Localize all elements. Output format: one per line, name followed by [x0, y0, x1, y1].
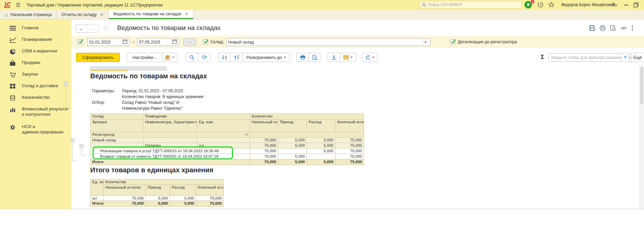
sidebar-label: Финансовый результат и контроллинг: [22, 106, 69, 117]
col-header[interactable]: Ед. изм.: [197, 120, 250, 132]
col-header[interactable]: Ед. изм.: [91, 179, 104, 196]
find-button[interactable]: [186, 53, 198, 62]
warehouse-checkbox[interactable]: [203, 39, 208, 44]
group-line: [66, 86, 66, 108]
collapse-groups-button[interactable]: [218, 53, 231, 62]
sidebar-item-finance[interactable]: Финансовый результат и контроллинг: [0, 106, 72, 117]
col-header[interactable]: Начальный остаток: [104, 185, 146, 196]
scrollbar-thumb[interactable]: [640, 67, 643, 104]
totals-row-total[interactable]: Итого 75,000 5,000 5,000 75,000: [91, 201, 224, 207]
col-header[interactable]: Конечный остаток: [335, 120, 364, 132]
preview-button[interactable]: [309, 53, 321, 62]
col-header[interactable]: Приход: [278, 120, 307, 132]
settings-button[interactable]: Настройки...: [127, 53, 163, 62]
tab-warehouse-reports[interactable]: Отчеты по складу ✕: [57, 10, 109, 19]
sidebar-item-main[interactable]: Главное: [0, 25, 72, 32]
date-from-input[interactable]: 01.01.2023: [87, 38, 129, 46]
calendar-icon[interactable]: [172, 39, 177, 45]
send-email-button[interactable]: ▼: [340, 53, 356, 62]
col-header[interactable]: Начальный остаток: [250, 120, 278, 132]
expand-to-dropdown[interactable]: Разворачивать до▼: [242, 53, 290, 62]
envelope-icon: [343, 55, 349, 60]
generate-button[interactable]: Сформировать: [76, 53, 120, 62]
help-button[interactable]: ?: [621, 53, 629, 62]
close-icon[interactable]: ✕: [185, 12, 188, 16]
col-header[interactable]: Склад: [91, 114, 143, 120]
planning-chart-icon: [10, 37, 17, 45]
col-header[interactable]: Расход: [170, 185, 196, 196]
sidebar-item-admin[interactable]: НСИ и администрирование: [0, 124, 72, 135]
sidebar-item-warehouse[interactable]: Склад и доставка: [0, 83, 72, 90]
table-row-registrar[interactable]: Возврат товаров от клиента ТДУТ-000003 о…: [91, 154, 364, 159]
report-filter-row: 01.01.2023 – 07.05.2023 ... Склад: Новый…: [72, 36, 644, 48]
col-header[interactable]: Количество: [250, 114, 364, 120]
table-row-registrar[interactable]: Реализация товаров и услуг ТДУТ-000015 о…: [91, 148, 364, 154]
choose-settings-button[interactable]: ▼: [162, 53, 177, 62]
global-search-input[interactable]: Поиск Ctrl+Shift+F: [420, 1, 522, 9]
col-header[interactable]: Количество: [104, 179, 224, 185]
more-dots-icon[interactable]: [631, 25, 633, 31]
sidebar-item-sales[interactable]: Продажи: [0, 60, 72, 67]
tab-goods-statement[interactable]: Ведомость по товарам на складах ✕: [109, 10, 193, 19]
vertical-scrollbar[interactable]: [639, 65, 644, 209]
sidebar-item-treasury[interactable]: Казначейство: [0, 95, 72, 102]
close-icon[interactable]: ✕: [100, 12, 104, 17]
quick-filter-input[interactable]: Введите слово для фильтра (название това…: [548, 53, 644, 62]
find-next-button[interactable]: [198, 53, 210, 62]
print-button[interactable]: [296, 53, 309, 62]
registrar-header[interactable]: Регистратор↓≡: [91, 132, 250, 138]
chevron-down-icon: ▼: [284, 56, 286, 59]
group-collapse-box[interactable]: [80, 144, 83, 148]
back-button[interactable]: ←: [76, 25, 87, 32]
sidebar-item-planning[interactable]: Планирование: [0, 37, 72, 45]
favorites-button[interactable]: [548, 2, 554, 9]
history-button[interactable]: [537, 2, 544, 9]
save-icon[interactable]: [589, 25, 595, 31]
current-user[interactable]: Федоров Борис Михайлович: [561, 2, 615, 7]
group-collapse-box[interactable]: [70, 138, 74, 142]
group-collapse-box[interactable]: [64, 82, 68, 85]
date-to-input[interactable]: 07.05.2023: [137, 38, 179, 46]
detail-checkbox[interactable]: [450, 39, 455, 44]
tab-home[interactable]: ⌂ Начальная страница: [0, 10, 57, 19]
sidebar-item-purchases[interactable]: Закупки: [0, 72, 72, 79]
col-header[interactable]: Приход: [146, 185, 170, 196]
chevron-down-icon[interactable]: ▼: [422, 38, 428, 46]
sort-icon[interactable]: ↓≡: [244, 132, 248, 136]
print-icon[interactable]: [600, 25, 606, 31]
main-menu-icon[interactable]: ☰: [16, 2, 20, 8]
table-row-total[interactable]: Итого 75,000 5,000 5,000 75,000: [91, 159, 364, 165]
history-icon: [537, 2, 544, 8]
save-result-button[interactable]: [328, 53, 340, 62]
link-icon[interactable]: [621, 25, 627, 31]
period-options-button[interactable]: ...: [183, 38, 196, 46]
minimize-button[interactable]: [624, 5, 628, 5]
warehouse-combo[interactable]: Новый склад ▼: [226, 38, 430, 46]
favorite-star-icon[interactable]: ☆: [103, 24, 109, 32]
more-button[interactable]: Ещё▼: [631, 53, 644, 62]
col-header[interactable]: Конечный остаток: [196, 185, 224, 196]
tab-bar: ⌂ Начальная страница Отчеты по складу ✕ …: [0, 10, 644, 19]
period-checkbox[interactable]: [78, 39, 83, 44]
totals-row[interactable]: шт 75,000 5,000 5,000 75,000: [91, 196, 224, 201]
col-header[interactable]: Номенклатура, Характеристика, Серия: [143, 120, 197, 132]
col-header[interactable]: Артикул: [91, 120, 143, 132]
app-title: Торговый дом / Управление торговлей, ред…: [27, 3, 163, 7]
restore-window-button[interactable]: [633, 2, 639, 9]
sidebar-label: Закупки: [22, 72, 38, 77]
forward-button[interactable]: →: [87, 25, 98, 32]
notifications-button[interactable]: 4: [524, 1, 533, 9]
bar-chart-icon: [10, 107, 17, 113]
sidebar-item-crm[interactable]: CRM и маркетинг: [0, 48, 72, 56]
table-row-warehouse[interactable]: Новый склад 75,000 5,000 5,000 75,000: [91, 138, 364, 143]
col-header[interactable]: Помещение: [143, 114, 250, 120]
print-preview-icon[interactable]: [610, 25, 616, 31]
settings-variant-icon: [165, 55, 170, 60]
expand-groups-button[interactable]: [230, 53, 243, 62]
date-to-value: 07.05.2023: [139, 40, 160, 45]
table-row-item[interactable]: Одеялко, , шт 75,000 5,000 5,000 75,000: [91, 143, 364, 148]
change-variant-button[interactable]: ▼: [362, 53, 378, 62]
service-menu-button[interactable]: ☰▾: [612, 2, 617, 7]
col-header[interactable]: Расход: [307, 120, 335, 132]
calendar-icon[interactable]: [123, 39, 127, 45]
